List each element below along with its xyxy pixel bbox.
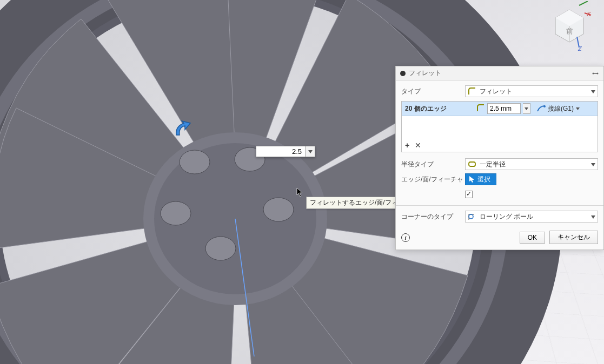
continuity-control[interactable]: 接線(G1)	[537, 104, 580, 113]
type-value: フィレット	[480, 87, 512, 96]
svg-text:X: X	[586, 11, 591, 17]
chevron-down-icon	[591, 87, 595, 95]
row-radius-input[interactable]	[487, 103, 521, 114]
svg-point-25	[543, 105, 546, 107]
constant-radius-icon	[468, 160, 476, 168]
svg-line-17	[579, 1, 588, 5]
select-button[interactable]: 選択	[465, 173, 496, 185]
collapse-icon[interactable]	[400, 71, 406, 76]
corner-type-dropdown[interactable]: ローリング ボール	[465, 211, 598, 223]
radius-dropdown-button[interactable]	[523, 103, 530, 114]
pin-icon[interactable]	[592, 70, 599, 77]
svg-text:Z: Z	[578, 45, 582, 52]
type-label: タイプ	[401, 87, 465, 96]
selection-list[interactable]: 20 個のエッジ 接線(G1) + ✕	[401, 101, 598, 152]
cancel-button[interactable]: キャンセル	[549, 231, 598, 244]
svg-text:前: 前	[566, 27, 573, 35]
radius-input-field[interactable]	[256, 146, 305, 157]
cursor-icon	[469, 176, 475, 183]
edge-count: 20 個のエッジ	[405, 104, 473, 113]
radius-type-label: 半径タイプ	[401, 160, 465, 169]
type-row: タイプ フィレット	[401, 84, 598, 99]
radius-type-dropdown[interactable]: 一定半径	[465, 158, 598, 170]
chevron-down-icon	[576, 107, 580, 110]
ok-button[interactable]: OK	[520, 232, 545, 244]
edges-row: エッジ/面/フィーチャ 選択	[401, 172, 598, 187]
radius-type-row: 半径タイプ 一定半径	[401, 157, 598, 172]
rolling-ball-icon	[468, 212, 476, 221]
add-selection-button[interactable]: +	[405, 141, 409, 150]
radius-direct-input[interactable]	[256, 146, 315, 157]
svg-rect-26	[469, 162, 475, 166]
type-dropdown[interactable]: フィレット	[465, 85, 598, 97]
corner-type-label: コーナーのタイプ	[401, 212, 465, 221]
tangent-chain-checkbox[interactable]	[465, 191, 473, 198]
chevron-down-icon	[591, 160, 595, 168]
remove-selection-button[interactable]: ✕	[415, 141, 421, 150]
radius-step-button[interactable]	[305, 146, 315, 157]
view-cube[interactable]: 前 X Z	[547, 1, 592, 55]
continuity-label: 接線(G1)	[548, 104, 574, 113]
tangent-chain-row	[401, 187, 598, 202]
info-icon[interactable]: i	[401, 233, 410, 242]
svg-point-27	[469, 214, 473, 219]
cursor-icon	[296, 187, 304, 197]
rotate-manipulator[interactable]	[173, 120, 195, 139]
radius-icon	[476, 104, 485, 114]
divider	[396, 205, 603, 206]
fillet-dialog: フィレット タイプ フィレット 20 個のエッジ	[395, 66, 604, 250]
edges-label: エッジ/面/フィーチャ	[401, 175, 465, 184]
fillet-type-icon	[468, 87, 476, 96]
selection-row[interactable]: 20 個のエッジ 接線(G1)	[402, 102, 598, 116]
tangent-icon	[537, 105, 546, 112]
radius-type-value: 一定半径	[480, 160, 506, 169]
dialog-titlebar[interactable]: フィレット	[396, 66, 603, 80]
corner-type-value: ローリング ボール	[480, 212, 533, 221]
dialog-title: フィレット	[409, 69, 441, 78]
corner-type-row: コーナーのタイプ ローリング ボール	[401, 209, 598, 224]
chevron-down-icon	[591, 213, 595, 220]
